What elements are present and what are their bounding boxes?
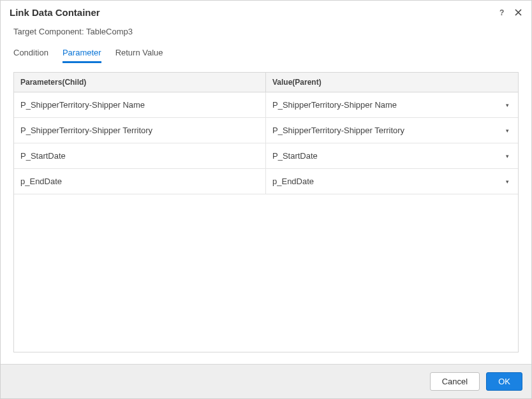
table-row: P_ShipperTerritory-Shipper Name P_Shippe… — [14, 92, 518, 118]
param-cell: P_ShipperTerritory-Shipper Name — [14, 92, 266, 117]
value-cell[interactable]: P_StartDate ▾ — [266, 143, 518, 168]
param-cell: p_EndDate — [14, 169, 266, 194]
cancel-button[interactable]: Cancel — [430, 372, 480, 391]
close-icon[interactable] — [514, 8, 522, 17]
dialog-header-actions: ? — [497, 8, 522, 17]
value-cell[interactable]: p_EndDate ▾ — [266, 169, 518, 194]
table-row: P_StartDate P_StartDate ▾ — [14, 143, 518, 169]
param-cell: P_StartDate — [14, 143, 266, 168]
column-header-value: Value(Parent) — [266, 73, 518, 92]
svg-text:?: ? — [499, 9, 504, 17]
chevron-down-icon: ▾ — [506, 178, 512, 185]
dialog-footer: Cancel OK — [1, 364, 531, 398]
table-row: P_ShipperTerritory-Shipper Territory P_S… — [14, 118, 518, 143]
value-text: p_EndDate — [272, 177, 314, 186]
chevron-down-icon: ▾ — [506, 102, 512, 108]
chevron-down-icon: ▾ — [506, 127, 512, 134]
dialog-body: Target Component: TableComp3 Condition P… — [1, 23, 531, 364]
parameters-table: Parameters(Child) Value(Parent) P_Shippe… — [13, 72, 519, 352]
tab-return-value[interactable]: Return Value — [115, 48, 163, 63]
tabs: Condition Parameter Return Value — [13, 48, 519, 63]
value-text: P_ShipperTerritory-Shipper Territory — [272, 126, 404, 135]
table-header: Parameters(Child) Value(Parent) — [14, 73, 518, 92]
target-component-value: TableComp3 — [86, 27, 133, 36]
table-row: p_EndDate p_EndDate ▾ — [14, 169, 518, 194]
target-component-line: Target Component: TableComp3 — [13, 27, 519, 36]
tab-condition[interactable]: Condition — [13, 48, 48, 63]
table-body: P_ShipperTerritory-Shipper Name P_Shippe… — [14, 92, 518, 352]
help-icon[interactable]: ? — [497, 8, 506, 17]
value-cell[interactable]: P_ShipperTerritory-Shipper Name ▾ — [266, 92, 518, 117]
value-text: P_ShipperTerritory-Shipper Name — [272, 100, 397, 110]
dialog-title: Link Data Container — [10, 7, 100, 18]
ok-button[interactable]: OK — [486, 372, 522, 391]
value-cell[interactable]: P_ShipperTerritory-Shipper Territory ▾ — [266, 118, 518, 143]
value-text: P_StartDate — [272, 151, 318, 161]
param-cell: P_ShipperTerritory-Shipper Territory — [14, 118, 266, 143]
column-header-parameters: Parameters(Child) — [14, 73, 266, 92]
link-data-container-dialog: Link Data Container ? Target Component: … — [0, 0, 532, 399]
chevron-down-icon: ▾ — [506, 153, 512, 159]
tab-parameter[interactable]: Parameter — [63, 48, 101, 63]
target-component-label: Target Component: — [13, 27, 84, 36]
dialog-header: Link Data Container ? — [1, 1, 531, 23]
